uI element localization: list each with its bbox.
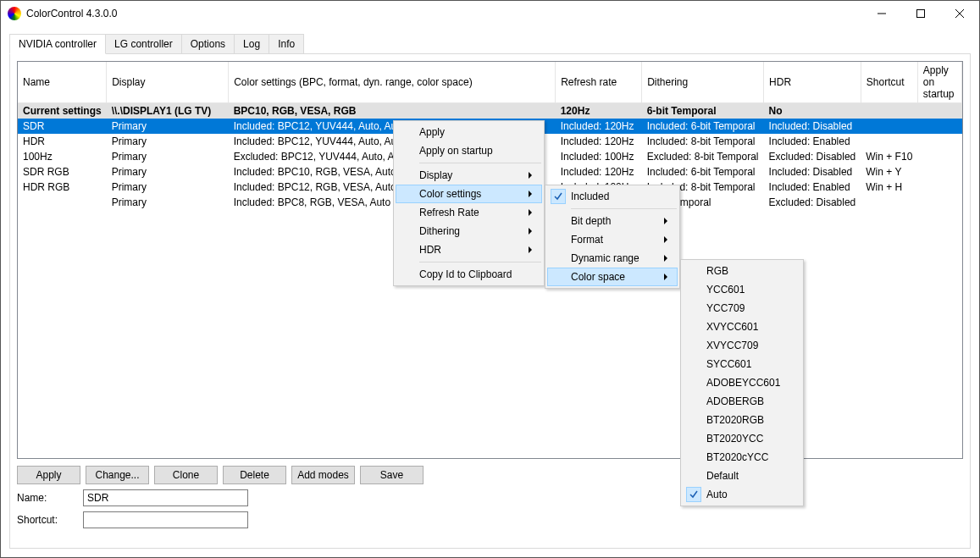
menu-item[interactable]: ADOBERGB <box>683 392 801 411</box>
menu-item[interactable]: BT2020cYCC <box>683 448 801 467</box>
menu-item[interactable]: Color settings <box>396 185 542 203</box>
cell-name: 100Hz <box>18 149 107 164</box>
col-dithering[interactable]: Dithering <box>642 62 764 103</box>
cell-apply <box>917 119 961 134</box>
apply-button[interactable]: Apply <box>17 466 80 484</box>
app-window: ColorControl 4.3.0.0 NVIDIA controller L… <box>0 0 980 558</box>
menu-item[interactable]: Apply <box>396 123 542 141</box>
menu-item[interactable]: Dithering <box>396 222 542 240</box>
cell-apply <box>917 103 961 119</box>
window-title: ColorControl 4.3.0.0 <box>26 8 862 19</box>
clone-button[interactable]: Clone <box>154 466 218 484</box>
tab-lg[interactable]: LG controller <box>105 34 182 54</box>
menu-item[interactable]: Auto <box>683 485 801 504</box>
menu-item[interactable]: YCC601 <box>683 280 801 299</box>
cell-hdr: Excluded: Disabled <box>764 149 861 164</box>
cell-hdr: Excluded: Disabled <box>764 195 861 210</box>
col-color-settings[interactable]: Color settings (BPC, format, dyn. range,… <box>229 62 556 103</box>
tab-log[interactable]: Log <box>234 34 269 54</box>
context-menu-color-settings[interactable]: IncludedBit depthFormatDynamic rangeColo… <box>545 185 680 289</box>
menu-item[interactable]: Refresh Rate <box>396 203 542 222</box>
titlebar: ColorControl 4.3.0.0 <box>1 1 979 26</box>
tab-info[interactable]: Info <box>269 34 304 54</box>
cell-refresh: Included: 120Hz <box>556 119 642 134</box>
menu-item[interactable]: ADOBEYCC601 <box>683 373 801 392</box>
menu-item[interactable]: Format <box>547 230 678 249</box>
menu-item-label: Auto <box>706 489 728 500</box>
cell-shortcut <box>861 134 917 149</box>
tab-panel: Name Display Color settings (BPC, format… <box>9 53 971 549</box>
delete-button[interactable]: Delete <box>223 466 286 484</box>
close-button[interactable] <box>940 1 979 26</box>
tab-nvidia[interactable]: NVIDIA controller <box>9 34 106 54</box>
menu-item[interactable]: Default <box>683 467 801 485</box>
menu-item[interactable]: BT2020RGB <box>683 411 801 429</box>
maximize-button[interactable] <box>901 1 940 26</box>
check-icon <box>686 487 701 502</box>
col-display[interactable]: Display <box>107 62 229 103</box>
menu-item-label: Apply on startup <box>419 145 493 157</box>
cell-hdr: Included: Enabled <box>764 180 861 195</box>
save-button[interactable]: Save <box>360 466 424 484</box>
menu-item-label: Display <box>419 169 452 181</box>
col-apply-startup[interactable]: Apply on startup <box>917 62 961 103</box>
cell-shortcut <box>861 195 917 210</box>
context-menu-color-space[interactable]: RGBYCC601YCC709XVYCC601XVYCC709SYCC601AD… <box>680 259 804 506</box>
menu-item[interactable]: Apply on startup <box>396 141 542 160</box>
name-label: Name: <box>17 492 76 504</box>
menu-item[interactable]: SYCC601 <box>683 355 801 373</box>
menu-item[interactable]: Color space <box>547 268 678 286</box>
separator <box>419 262 541 262</box>
menu-item[interactable]: RGB <box>683 262 801 280</box>
tab-options[interactable]: Options <box>181 34 235 54</box>
menu-item[interactable]: XVYCC709 <box>683 336 801 355</box>
menu-item[interactable]: HDR <box>396 240 542 259</box>
cell-display: Primary <box>107 180 229 195</box>
cell-shortcut: Win + F10 <box>861 149 917 164</box>
menu-item[interactable]: Included <box>547 187 678 206</box>
cell-hdr: Included: Disabled <box>764 119 861 134</box>
menu-item-label: Format <box>571 234 603 246</box>
addmodes-button[interactable]: Add modes <box>291 466 355 484</box>
cell-name: Current settings <box>18 103 107 119</box>
menu-item[interactable]: XVYCC601 <box>683 318 801 336</box>
menu-item[interactable]: Display <box>396 166 542 185</box>
menu-item-label: Default <box>706 470 739 482</box>
menu-item-label: Bit depth <box>571 215 611 227</box>
cell-display: Primary <box>107 134 229 149</box>
svg-rect-1 <box>917 10 925 18</box>
cell-refresh: 120Hz <box>556 103 642 119</box>
col-hdr[interactable]: HDR <box>764 62 861 103</box>
menu-item[interactable]: Copy Id to Clipboard <box>396 265 542 284</box>
cell-dither: Included: 6-bit Temporal <box>642 164 764 180</box>
current-settings-row[interactable]: Current settings\\.\DISPLAY1 (LG TV)BPC1… <box>18 103 962 119</box>
name-input[interactable] <box>83 489 248 506</box>
menu-item-label: BT2020YCC <box>706 433 763 445</box>
cell-dither: Excluded: 8-bit Temporal <box>642 149 764 164</box>
menu-item-label: Refresh Rate <box>419 207 479 218</box>
tab-strip: NVIDIA controller LG controller Options … <box>9 34 971 54</box>
cell-display: Primary <box>107 119 229 134</box>
menu-item-label: XVYCC601 <box>706 321 758 333</box>
cell-name <box>18 195 107 210</box>
menu-item[interactable]: Dynamic range <box>547 249 678 268</box>
change-button[interactable]: Change... <box>86 466 149 484</box>
cell-color: BPC10, RGB, VESA, RGB <box>229 103 556 119</box>
col-shortcut[interactable]: Shortcut <box>861 62 917 103</box>
menu-item[interactable]: BT2020YCC <box>683 429 801 448</box>
menu-item[interactable]: Bit depth <box>547 212 678 230</box>
button-row: Apply Change... Clone Delete Add modes S… <box>17 466 963 484</box>
menu-item-label: RGB <box>706 265 728 277</box>
context-menu-main[interactable]: ApplyApply on startupDisplayColor settin… <box>393 120 545 286</box>
cell-hdr: Included: Disabled <box>764 164 861 180</box>
header-row: Name Display Color settings (BPC, format… <box>18 62 962 103</box>
minimize-button[interactable] <box>862 1 901 26</box>
col-name[interactable]: Name <box>18 62 107 103</box>
menu-item-label: YCC601 <box>706 284 745 296</box>
shortcut-input[interactable] <box>83 511 248 528</box>
col-refresh[interactable]: Refresh rate <box>556 62 642 103</box>
cell-display: Primary <box>107 164 229 180</box>
menu-item[interactable]: YCC709 <box>683 299 801 318</box>
cell-shortcut <box>861 119 917 134</box>
menu-item-label: ADOBERGB <box>706 395 764 407</box>
